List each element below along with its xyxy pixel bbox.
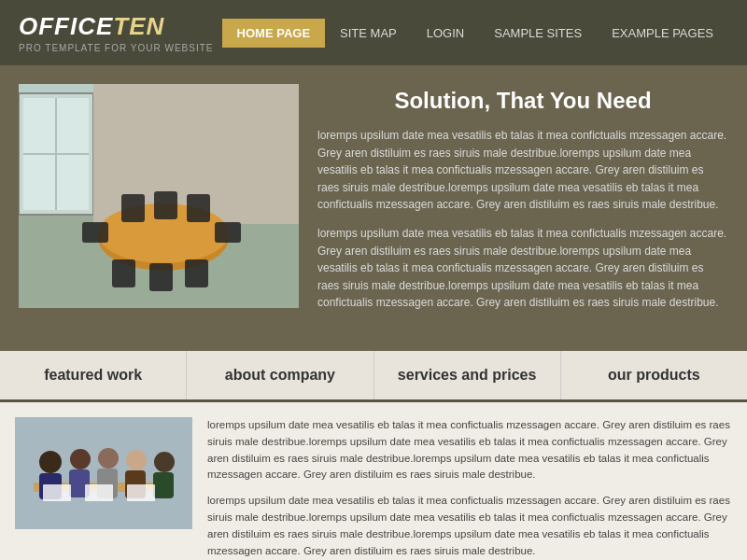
svg-rect-16 bbox=[82, 222, 108, 243]
bottom-content: loremps upsilum date mea vesatilis eb ta… bbox=[0, 402, 747, 560]
nav-sample-sites[interactable]: SAMPLE SITES bbox=[479, 19, 597, 48]
svg-rect-12 bbox=[187, 194, 210, 222]
bottom-image bbox=[15, 417, 192, 529]
svg-rect-30 bbox=[43, 484, 71, 501]
logo-area: OFFICETEN PRO TEMPLATE FOR YOUR WEBSITE bbox=[19, 12, 213, 53]
nav-home-page[interactable]: HOME PAGE bbox=[222, 19, 326, 48]
svg-rect-15 bbox=[185, 259, 208, 287]
svg-rect-31 bbox=[85, 484, 113, 501]
logo-subtitle: PRO TEMPLATE FOR YOUR WEBSITE bbox=[19, 43, 213, 53]
svg-point-22 bbox=[70, 449, 91, 469]
svg-rect-10 bbox=[121, 194, 145, 222]
tab-featured-work[interactable]: featured work bbox=[0, 351, 187, 399]
svg-point-24 bbox=[98, 448, 119, 469]
svg-rect-13 bbox=[112, 259, 135, 287]
logo-text: OFFICETEN bbox=[19, 12, 213, 41]
logo-ten: TEN bbox=[113, 12, 164, 40]
tab-our-products[interactable]: our products bbox=[561, 351, 747, 399]
header: OFFICETEN PRO TEMPLATE FOR YOUR WEBSITE … bbox=[0, 0, 747, 65]
nav-example-pages[interactable]: EXAMPLE PAGES bbox=[597, 19, 728, 48]
svg-point-28 bbox=[154, 452, 175, 472]
main-image bbox=[19, 84, 299, 308]
main-paragraph-2: loremps upsilum date mea vesatilis eb ta… bbox=[317, 225, 728, 312]
svg-point-20 bbox=[39, 451, 62, 473]
svg-rect-11 bbox=[154, 191, 177, 219]
nav-site-map[interactable]: SITE MAP bbox=[325, 19, 412, 48]
tab-about-company[interactable]: about company bbox=[187, 351, 374, 399]
main-text: Solution, That You Need loremps upsilum … bbox=[317, 84, 728, 323]
bottom-paragraph-2: loremps upsilum date mea vesatilis eb ta… bbox=[207, 493, 732, 559]
svg-rect-17 bbox=[215, 222, 241, 243]
main-nav: HOME PAGE SITE MAP LOGIN SAMPLE SITES EX… bbox=[222, 19, 728, 48]
svg-rect-29 bbox=[153, 472, 174, 498]
bottom-text: loremps upsilum date mea vesatilis eb ta… bbox=[207, 417, 732, 560]
tab-services-prices[interactable]: services and prices bbox=[374, 351, 561, 399]
tabs-bar: featured work about company services and… bbox=[0, 351, 747, 402]
main-title: Solution, That You Need bbox=[317, 88, 728, 114]
main-paragraph-1: loremps upsilum date mea vesatilis eb ta… bbox=[317, 127, 728, 214]
svg-rect-32 bbox=[127, 484, 155, 501]
svg-point-26 bbox=[126, 450, 147, 470]
svg-rect-14 bbox=[149, 263, 173, 291]
logo-office: OFFICE bbox=[19, 12, 113, 40]
main-content: Solution, That You Need loremps upsilum … bbox=[0, 65, 747, 351]
bottom-paragraph-1: loremps upsilum date mea vesatilis eb ta… bbox=[207, 417, 732, 483]
nav-login[interactable]: LOGIN bbox=[412, 19, 479, 48]
